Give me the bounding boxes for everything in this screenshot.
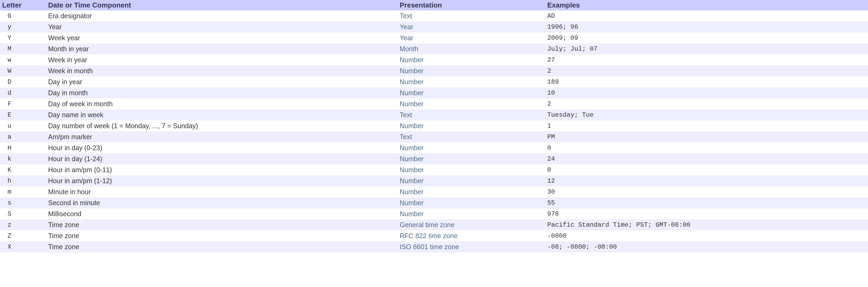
cell-presentation: RFC 822 time zone bbox=[398, 230, 545, 241]
cell-component: Time zone bbox=[46, 230, 398, 241]
presentation-link[interactable]: Number bbox=[400, 166, 424, 174]
cell-letter: S bbox=[0, 208, 46, 219]
table-row: wWeek in yearNumber27 bbox=[0, 55, 868, 66]
table-row: WWeek in monthNumber2 bbox=[0, 66, 868, 76]
presentation-link[interactable]: Number bbox=[400, 210, 424, 218]
cell-component: Time zone bbox=[46, 219, 398, 230]
cell-letter: W bbox=[0, 66, 46, 76]
cell-letter: d bbox=[0, 87, 46, 99]
cell-examples: 12 bbox=[545, 175, 868, 186]
cell-examples: Tuesday; Tue bbox=[545, 109, 868, 120]
cell-examples: 189 bbox=[545, 76, 868, 87]
cell-letter: s bbox=[0, 198, 46, 208]
cell-component: Am/pm marker bbox=[46, 132, 398, 142]
cell-component: Day in year bbox=[46, 76, 398, 87]
table-row: ZTime zoneRFC 822 time zone-0800 bbox=[0, 230, 868, 241]
cell-component: Minute in hour bbox=[46, 186, 398, 198]
cell-component: Hour in day (1-24) bbox=[46, 153, 398, 165]
cell-examples: 978 bbox=[545, 208, 868, 219]
table-row: HHour in day (0-23)Number0 bbox=[0, 142, 868, 153]
presentation-link[interactable]: Year bbox=[400, 23, 413, 31]
cell-component: Week year bbox=[46, 32, 398, 43]
presentation-link[interactable]: Text bbox=[400, 111, 412, 118]
table-body: GEra designatorTextADyYearYear1996; 96YW… bbox=[0, 10, 868, 252]
cell-component: Year bbox=[46, 22, 398, 32]
presentation-link[interactable]: Number bbox=[400, 122, 424, 130]
presentation-link[interactable]: Number bbox=[400, 56, 424, 64]
cell-presentation: Number bbox=[398, 120, 545, 132]
presentation-link[interactable]: Text bbox=[400, 133, 412, 141]
cell-letter: D bbox=[0, 76, 46, 87]
header-row: Letter Date or Time Component Presentati… bbox=[0, 0, 868, 10]
header-component: Date or Time Component bbox=[46, 0, 398, 10]
presentation-link[interactable]: Text bbox=[400, 12, 412, 20]
presentation-link[interactable]: Number bbox=[400, 144, 424, 151]
cell-presentation: Number bbox=[398, 142, 545, 153]
cell-presentation: Number bbox=[398, 55, 545, 66]
presentation-link[interactable]: Month bbox=[400, 45, 418, 52]
cell-component: Day name in week bbox=[46, 109, 398, 120]
cell-component: Millisecond bbox=[46, 208, 398, 219]
cell-examples: July; Jul; 07 bbox=[545, 43, 868, 55]
cell-examples: PM bbox=[545, 132, 868, 142]
presentation-link[interactable]: Number bbox=[400, 67, 424, 75]
table-row: SMillisecondNumber978 bbox=[0, 208, 868, 219]
table-row: hHour in am/pm (1-12)Number12 bbox=[0, 175, 868, 186]
cell-presentation: Month bbox=[398, 43, 545, 55]
cell-presentation: Text bbox=[398, 132, 545, 142]
presentation-link[interactable]: General time zone bbox=[400, 221, 455, 228]
table-row: kHour in day (1-24)Number24 bbox=[0, 153, 868, 165]
presentation-link[interactable]: Number bbox=[400, 188, 424, 195]
cell-examples: 1996; 96 bbox=[545, 22, 868, 32]
cell-letter: H bbox=[0, 142, 46, 153]
presentation-link[interactable]: RFC 822 time zone bbox=[400, 232, 457, 240]
presentation-link[interactable]: Number bbox=[400, 100, 424, 108]
cell-presentation: Number bbox=[398, 66, 545, 76]
presentation-link[interactable]: Number bbox=[400, 78, 424, 85]
cell-component: Week in year bbox=[46, 55, 398, 66]
cell-examples: 55 bbox=[545, 198, 868, 208]
cell-presentation: Number bbox=[398, 165, 545, 175]
cell-presentation: Year bbox=[398, 22, 545, 32]
cell-letter: X bbox=[0, 241, 46, 252]
cell-examples: 2 bbox=[545, 99, 868, 109]
cell-letter: u bbox=[0, 120, 46, 132]
presentation-link[interactable]: Number bbox=[400, 199, 424, 207]
table-row: KHour in am/pm (0-11)Number0 bbox=[0, 165, 868, 175]
cell-examples: 0 bbox=[545, 165, 868, 175]
header-letter: Letter bbox=[0, 0, 46, 10]
cell-presentation: General time zone bbox=[398, 219, 545, 230]
cell-component: Day of week in month bbox=[46, 99, 398, 109]
table-row: GEra designatorTextAD bbox=[0, 10, 868, 22]
cell-letter: Y bbox=[0, 32, 46, 43]
presentation-link[interactable]: ISO 8601 time zone bbox=[400, 243, 459, 251]
cell-letter: K bbox=[0, 165, 46, 175]
presentation-link[interactable]: Number bbox=[400, 155, 424, 163]
cell-examples: 10 bbox=[545, 87, 868, 99]
cell-presentation: Number bbox=[398, 208, 545, 219]
cell-examples: -08; -0800; -08:00 bbox=[545, 241, 868, 252]
cell-letter: a bbox=[0, 132, 46, 142]
table-row: YWeek yearYear2009; 09 bbox=[0, 32, 868, 43]
cell-examples: 27 bbox=[545, 55, 868, 66]
presentation-link[interactable]: Number bbox=[400, 89, 424, 97]
cell-examples: 24 bbox=[545, 153, 868, 165]
cell-letter: m bbox=[0, 186, 46, 198]
cell-component: Hour in am/pm (0-11) bbox=[46, 165, 398, 175]
cell-component: Second in minute bbox=[46, 198, 398, 208]
presentation-link[interactable]: Year bbox=[400, 34, 413, 42]
cell-examples: -0800 bbox=[545, 230, 868, 241]
table-row: EDay name in weekTextTuesday; Tue bbox=[0, 109, 868, 120]
header-presentation: Presentation bbox=[398, 0, 545, 10]
cell-presentation: Number bbox=[398, 87, 545, 99]
cell-examples: 30 bbox=[545, 186, 868, 198]
cell-letter: G bbox=[0, 10, 46, 22]
cell-letter: M bbox=[0, 43, 46, 55]
cell-presentation: ISO 8601 time zone bbox=[398, 241, 545, 252]
presentation-link[interactable]: Number bbox=[400, 177, 424, 184]
cell-examples: Pacific Standard Time; PST; GMT-08:00 bbox=[545, 219, 868, 230]
table-row: sSecond in minuteNumber55 bbox=[0, 198, 868, 208]
cell-examples: AD bbox=[545, 10, 868, 22]
cell-component: Week in month bbox=[46, 66, 398, 76]
cell-presentation: Number bbox=[398, 99, 545, 109]
